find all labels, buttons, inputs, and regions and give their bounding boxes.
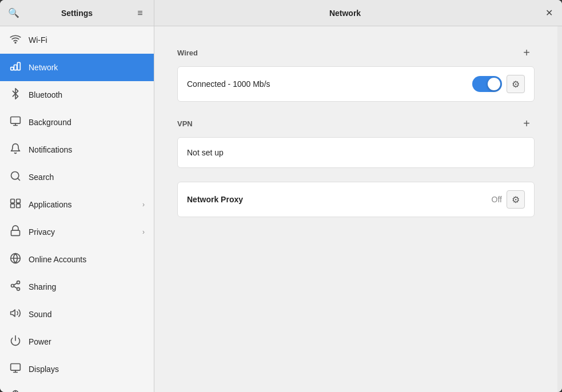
- wired-add-button[interactable]: +: [519, 45, 535, 61]
- sidebar: Wi-Fi Network Bluetoot: [0, 26, 154, 392]
- sidebar-item-network[interactable]: Network: [0, 54, 154, 81]
- vpn-add-button[interactable]: +: [519, 115, 535, 131]
- sound-label: Sound: [29, 310, 145, 319]
- svg-point-0: [15, 42, 16, 43]
- displays-label: Displays: [29, 365, 145, 374]
- scrollbar-track: [557, 26, 562, 392]
- wired-section-title: Wired: [177, 49, 198, 57]
- close-button[interactable]: ✕: [536, 0, 562, 26]
- settings-window: 🔍 Settings ≡ Network ✕: [0, 0, 562, 392]
- search-label: Search: [29, 173, 145, 182]
- svg-rect-10: [17, 203, 21, 207]
- privacy-chevron: ›: [142, 228, 145, 236]
- svg-rect-1: [11, 67, 14, 70]
- sharing-label: Sharing: [29, 282, 145, 291]
- wired-connection-label: Connected - 1000 Mb/s: [187, 79, 472, 89]
- notifications-icon: [9, 143, 22, 157]
- online-accounts-icon: [9, 253, 22, 267]
- svg-rect-9: [11, 203, 15, 207]
- search-sidebar-icon: [9, 170, 22, 185]
- proxy-card: Network Proxy Off ⚙: [177, 182, 535, 217]
- wired-toggle[interactable]: [472, 76, 502, 92]
- vpn-section: VPN + Not set up: [177, 115, 535, 168]
- background-icon: [9, 115, 22, 130]
- mouse-icon: [9, 390, 22, 393]
- power-icon: [9, 335, 22, 349]
- sidebar-item-wifi[interactable]: Wi-Fi: [0, 26, 154, 54]
- sidebar-item-notifications[interactable]: Notifications: [0, 136, 154, 163]
- applications-label: Applications: [29, 200, 135, 209]
- search-button[interactable]: 🔍: [5, 4, 23, 22]
- applications-icon: [9, 198, 22, 212]
- svg-rect-2: [14, 65, 17, 70]
- proxy-label: Network Proxy: [187, 195, 492, 204]
- content: Wi-Fi Network Bluetoot: [0, 26, 562, 392]
- privacy-icon: [9, 225, 22, 239]
- sidebar-item-bluetooth[interactable]: Bluetooth: [0, 81, 154, 109]
- settings-title: Settings: [26, 9, 127, 18]
- wired-section: Wired + Connected - 1000 Mb/s ⚙: [177, 45, 535, 102]
- power-label: Power: [29, 337, 145, 346]
- privacy-label: Privacy: [29, 227, 135, 237]
- sidebar-item-mouse-touchpad[interactable]: Mouse & Touchpad: [0, 383, 154, 392]
- svg-rect-8: [17, 199, 21, 203]
- menu-button[interactable]: ≡: [131, 4, 149, 22]
- wifi-label: Wi-Fi: [29, 35, 145, 45]
- proxy-status: Off: [492, 195, 502, 204]
- wifi-icon: [9, 33, 22, 47]
- main-panel: Wired + Connected - 1000 Mb/s ⚙: [154, 26, 557, 392]
- sidebar-item-applications[interactable]: Applications ›: [0, 191, 154, 218]
- wired-connection-controls: ⚙: [472, 75, 525, 93]
- vpn-status-row: Not set up: [178, 138, 534, 167]
- svg-line-17: [14, 283, 17, 285]
- proxy-section: Network Proxy Off ⚙: [177, 182, 535, 217]
- svg-rect-11: [11, 230, 20, 235]
- network-label: Network: [29, 63, 145, 72]
- sharing-icon: [9, 280, 22, 294]
- vpn-status-label: Not set up: [187, 148, 525, 157]
- close-icon: ✕: [545, 7, 553, 18]
- sidebar-item-displays[interactable]: Displays: [0, 355, 154, 383]
- gear-icon: ⚙: [512, 79, 520, 90]
- sidebar-item-background[interactable]: Background: [0, 109, 154, 136]
- proxy-gear-button[interactable]: ⚙: [507, 190, 525, 209]
- wired-gear-button[interactable]: ⚙: [507, 75, 525, 93]
- svg-rect-4: [11, 117, 21, 123]
- proxy-row[interactable]: Network Proxy Off ⚙: [178, 182, 534, 217]
- applications-chevron: ›: [142, 201, 145, 209]
- displays-icon: [9, 362, 22, 377]
- sidebar-item-search[interactable]: Search: [0, 163, 154, 191]
- titlebar-center: Network: [154, 9, 536, 18]
- svg-rect-7: [11, 199, 15, 203]
- sidebar-item-sound[interactable]: Sound: [0, 301, 154, 328]
- network-title: Network: [329, 9, 361, 18]
- wired-section-header: Wired +: [177, 45, 535, 61]
- online-accounts-label: Online Accounts: [29, 255, 145, 264]
- svg-line-6: [18, 178, 20, 180]
- svg-marker-18: [11, 310, 15, 317]
- proxy-controls: Off ⚙: [492, 190, 525, 209]
- sound-icon: [9, 307, 22, 322]
- vpn-card: Not set up: [177, 137, 535, 168]
- sidebar-item-sharing[interactable]: Sharing: [0, 273, 154, 301]
- vpn-section-header: VPN +: [177, 115, 535, 131]
- titlebar: 🔍 Settings ≡ Network ✕: [0, 0, 562, 26]
- svg-line-16: [14, 286, 17, 288]
- menu-icon: ≡: [137, 8, 142, 18]
- wired-card: Connected - 1000 Mb/s ⚙: [177, 66, 535, 102]
- wired-connection-row: Connected - 1000 Mb/s ⚙: [178, 67, 534, 101]
- vpn-section-title: VPN: [177, 119, 193, 128]
- titlebar-left: 🔍 Settings ≡: [0, 0, 154, 26]
- svg-rect-3: [17, 62, 20, 70]
- search-icon: 🔍: [8, 7, 19, 18]
- notifications-label: Notifications: [29, 145, 145, 154]
- sidebar-item-privacy[interactable]: Privacy ›: [0, 218, 154, 246]
- bluetooth-icon: [9, 88, 22, 102]
- proxy-gear-icon: ⚙: [512, 194, 520, 205]
- bluetooth-label: Bluetooth: [29, 90, 145, 99]
- svg-rect-20: [11, 363, 21, 370]
- background-label: Background: [29, 118, 145, 127]
- network-icon: [9, 61, 22, 75]
- sidebar-item-power[interactable]: Power: [0, 328, 154, 355]
- sidebar-item-online-accounts[interactable]: Online Accounts: [0, 246, 154, 273]
